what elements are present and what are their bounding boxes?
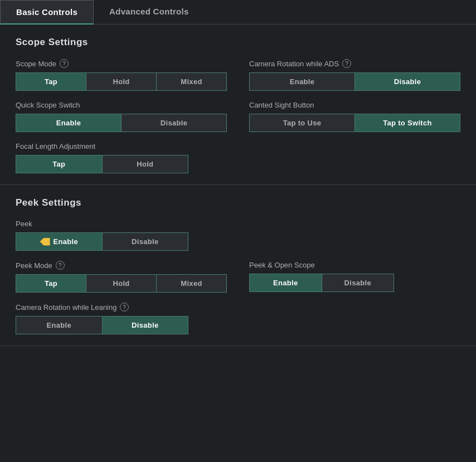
camera-rotation-ads-disable-btn[interactable]: Disable [355,73,460,90]
scope-mode-tap-btn[interactable]: Tap [16,73,86,90]
focal-length-setting: Focal Length Adjustment Tap Hold [16,142,227,173]
peek-icon [40,238,50,246]
peek-open-scope-enable-btn[interactable]: Enable [250,274,322,291]
focal-length-tap-btn[interactable]: Tap [16,155,103,173]
focal-length-hold-btn[interactable]: Hold [103,155,188,173]
canted-sight-btn-group: Tap to Use Tap to Switch [249,114,460,132]
focal-length-btn-group: Tap Hold [16,155,188,173]
camera-rotation-ads-enable-btn[interactable]: Enable [250,73,355,90]
scope-mode-setting: Scope Mode ? Tap Hold Mixed [16,59,227,91]
peek-mode-label: Peek Mode ? [16,261,227,270]
scope-mode-help-icon[interactable]: ? [60,59,69,68]
scope-mode-hold-btn[interactable]: Hold [86,73,157,90]
peek-disable-btn[interactable]: Disable [103,233,188,250]
focal-length-label: Focal Length Adjustment [16,142,227,150]
peek-mode-hold-btn[interactable]: Hold [86,275,157,292]
quick-scope-switch-setting: Quick Scope Switch Enable Disable [16,101,227,132]
canted-sight-label: Canted Sight Button [249,101,460,109]
canted-sight-tap-to-use-btn[interactable]: Tap to Use [250,114,355,132]
scope-settings-section: Scope Settings Scope Mode ? Tap Hold Mix… [0,25,476,185]
peek-setting: Peek Enable Disable [16,220,227,251]
camera-rotation-ads-label: Camera Rotation while ADS ? [249,59,460,68]
peek-settings-section: Peek Settings Peek Enable Disable [0,185,476,346]
peek-spacer [249,220,460,251]
peek-mode-mixed-btn[interactable]: Mixed [157,275,226,292]
peek-settings-title: Peek Settings [16,197,460,208]
peek-mode-setting: Peek Mode ? Tap Hold Mixed [16,261,227,293]
peek-enable-content: Enable [16,237,102,246]
tab-advanced-controls[interactable]: Advanced Controls [94,0,205,24]
peek-btn-group: Enable Disable [16,232,188,251]
quick-scope-switch-btn-group: Enable Disable [16,114,227,132]
peek-enable-btn[interactable]: Enable [16,233,103,250]
quick-scope-switch-disable-btn[interactable]: Disable [122,114,226,132]
camera-rotation-leaning-setting: Camera Rotation while Leaning ? Enable D… [16,303,227,334]
focal-length-spacer [249,142,460,173]
scope-settings-title: Scope Settings [16,37,460,48]
peek-mode-tap-btn[interactable]: Tap [16,275,86,292]
canted-sight-tap-to-switch-btn[interactable]: Tap to Switch [355,114,460,132]
camera-rotation-leaning-btn-group: Enable Disable [16,316,188,334]
camera-rotation-ads-help-icon[interactable]: ? [342,59,351,68]
peek-mode-help-icon[interactable]: ? [56,261,65,270]
tab-basic-controls[interactable]: Basic Controls [0,0,94,25]
quick-scope-switch-label: Quick Scope Switch [16,101,227,109]
peek-open-scope-disable-btn[interactable]: Disable [322,274,394,291]
camera-rotation-leaning-label: Camera Rotation while Leaning ? [16,303,227,312]
camera-rotation-leaning-enable-btn[interactable]: Enable [16,317,103,334]
peek-open-scope-setting: Peek & Open Scope Enable Disable [249,261,460,293]
peek-settings-grid: Peek Enable Disable Peek Mode ? Ta [16,220,460,334]
scope-mode-mixed-btn[interactable]: Mixed [157,73,226,90]
peek-label: Peek [16,220,227,228]
scope-settings-grid: Scope Mode ? Tap Hold Mixed Camera Rotat… [16,59,460,173]
camera-rotation-ads-btn-group: Enable Disable [249,72,460,91]
peek-open-scope-btn-group: Enable Disable [249,274,394,292]
scope-mode-btn-group: Tap Hold Mixed [16,72,227,91]
camera-rotation-leaning-disable-btn[interactable]: Disable [103,317,188,334]
quick-scope-switch-enable-btn[interactable]: Enable [16,114,122,132]
peek-mode-btn-group: Tap Hold Mixed [16,274,227,293]
camera-rotation-ads-setting: Camera Rotation while ADS ? Enable Disab… [249,59,460,91]
tab-bar: Basic Controls Advanced Controls [0,0,476,25]
canted-sight-setting: Canted Sight Button Tap to Use Tap to Sw… [249,101,460,132]
leaning-spacer [249,303,460,334]
peek-open-scope-label: Peek & Open Scope [249,261,460,269]
scope-mode-label: Scope Mode ? [16,59,227,68]
camera-rotation-leaning-help-icon[interactable]: ? [120,303,129,312]
